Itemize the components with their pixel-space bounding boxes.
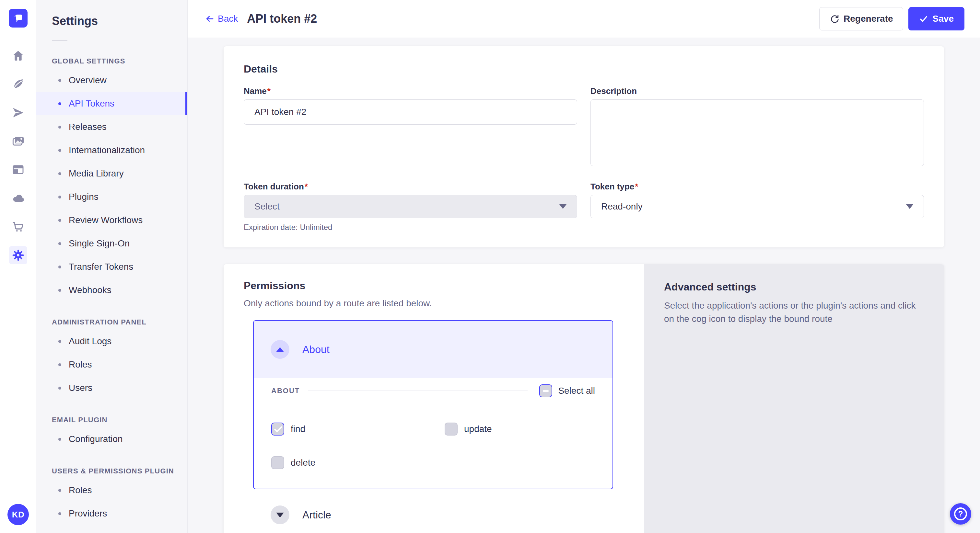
- settings-title: Settings: [52, 14, 187, 28]
- bullet-icon: [58, 219, 61, 222]
- bullet-icon: [58, 387, 61, 390]
- accordion-about-header[interactable]: About: [254, 321, 612, 378]
- description-field-group: Description: [590, 86, 924, 167]
- save-button[interactable]: Save: [908, 7, 964, 30]
- section-label-email-plugin: EMAIL PLUGIN: [52, 416, 187, 424]
- accordion-about: About ABOUT Select all find: [253, 320, 613, 489]
- required-asterisk: *: [305, 182, 308, 191]
- description-textarea[interactable]: [590, 99, 924, 166]
- accordion-about-body: ABOUT Select all find: [254, 378, 612, 489]
- bullet-icon: [58, 79, 61, 82]
- duration-label: Token duration*: [244, 182, 577, 192]
- details-title: Details: [244, 63, 924, 75]
- title-divider: [52, 40, 67, 41]
- bullet-icon: [58, 489, 61, 492]
- back-link[interactable]: Back: [205, 14, 238, 24]
- admin-panel-list: Audit Logs Roles Users: [36, 330, 187, 400]
- bullet-icon: [58, 102, 61, 105]
- sidebar-item-review-workflows[interactable]: Review Workflows: [36, 209, 187, 232]
- home-icon: [9, 47, 27, 65]
- accordion-article-header[interactable]: Article: [270, 506, 644, 524]
- arrow-left-icon: [205, 14, 215, 24]
- sidebar-item-configuration[interactable]: Configuration: [36, 427, 187, 451]
- advanced-settings-panel: Advanced settings Select the application…: [644, 264, 944, 533]
- chevron-down-icon: [906, 204, 913, 209]
- advanced-settings-body: Select the application's actions or the …: [664, 299, 920, 325]
- section-label-users-permissions: USERS & PERMISSIONS PLUGIN: [52, 467, 187, 475]
- nav-marketplace[interactable]: [0, 213, 36, 241]
- nav-layout[interactable]: [0, 155, 36, 184]
- actions-grid: find update delete: [271, 423, 595, 469]
- sidebar-item-single-sign-on[interactable]: Single Sign-On: [36, 232, 187, 255]
- sidebar-item-admin-roles[interactable]: Roles: [36, 353, 187, 376]
- type-label: Token type*: [590, 182, 924, 192]
- nav-home[interactable]: [0, 41, 36, 70]
- bullet-icon: [58, 340, 61, 343]
- settings-subnav: Settings GLOBAL SETTINGS Overview API To…: [36, 0, 188, 533]
- email-plugin-list: Configuration: [36, 427, 187, 451]
- select-all-wrap: Select all: [539, 384, 595, 397]
- duration-select[interactable]: Select: [244, 195, 577, 218]
- question-mark-icon: ?: [954, 508, 967, 520]
- sidebar-item-transfer-tokens[interactable]: Transfer Tokens: [36, 255, 187, 279]
- sidebar-item-webhooks[interactable]: Webhooks: [36, 279, 187, 302]
- expand-button[interactable]: [270, 506, 290, 524]
- required-asterisk: *: [635, 182, 638, 191]
- advanced-settings-title: Advanced settings: [664, 281, 924, 293]
- nav-releases[interactable]: [0, 98, 36, 127]
- bullet-icon: [58, 438, 61, 441]
- global-settings-list: Overview API Tokens Releases Internation…: [36, 69, 187, 302]
- sidebar-item-users[interactable]: Users: [36, 376, 187, 400]
- nav-media[interactable]: [0, 127, 36, 155]
- main-nav: KD: [0, 0, 36, 533]
- required-asterisk: *: [267, 86, 270, 96]
- users-permissions-list: Roles Providers: [36, 479, 187, 525]
- permissions-panel: Permissions Only actions bound by a rout…: [224, 264, 644, 533]
- bullet-icon: [58, 242, 61, 245]
- sidebar-item-api-tokens[interactable]: API Tokens: [36, 92, 187, 115]
- sidebar-item-overview[interactable]: Overview: [36, 69, 187, 92]
- permissions-card: Permissions Only actions bound by a rout…: [224, 264, 944, 533]
- nav-cloud[interactable]: [0, 184, 36, 213]
- page-title: API token #2: [247, 12, 317, 25]
- sidebar-item-internationalization[interactable]: Internationalization: [36, 139, 187, 162]
- expiration-hint: Expiration date: Unlimited: [244, 223, 577, 232]
- sidebar-item-audit-logs[interactable]: Audit Logs: [36, 330, 187, 353]
- bullet-icon: [58, 289, 61, 292]
- bullet-icon: [58, 512, 61, 515]
- sidebar-item-providers[interactable]: Providers: [36, 502, 187, 525]
- sidebar-item-up-roles[interactable]: Roles: [36, 479, 187, 502]
- strapi-logo-icon: [13, 13, 24, 24]
- select-all-checkbox[interactable]: [539, 384, 552, 397]
- name-input[interactable]: [244, 99, 577, 125]
- about-section-row: ABOUT Select all: [271, 384, 595, 397]
- help-button[interactable]: ?: [950, 503, 971, 525]
- section-label-admin-panel: ADMINISTRATION PANEL: [52, 318, 187, 327]
- type-select[interactable]: Read-only: [590, 195, 924, 218]
- bullet-icon: [58, 265, 61, 268]
- strapi-logo[interactable]: [9, 9, 27, 27]
- cloud-icon: [9, 189, 27, 207]
- avatar[interactable]: KD: [8, 504, 29, 525]
- action-find: find: [271, 423, 445, 436]
- section-divider-line: [308, 390, 528, 391]
- delete-checkbox[interactable]: [271, 456, 284, 469]
- details-card: Details Name* Description Token duration…: [224, 46, 944, 247]
- section-label-global: GLOBAL SETTINGS: [52, 57, 187, 65]
- find-checkbox[interactable]: [271, 423, 284, 436]
- media-icon: [9, 132, 27, 150]
- sidebar-item-plugins[interactable]: Plugins: [36, 185, 187, 209]
- regenerate-button[interactable]: Regenerate: [819, 7, 903, 30]
- details-form: Name* Description Token duration* Select…: [244, 86, 924, 232]
- type-field-group: Token type* Read-only: [590, 182, 924, 218]
- name-field-group: Name*: [244, 86, 577, 125]
- sidebar-item-releases[interactable]: Releases: [36, 115, 187, 139]
- bullet-icon: [58, 195, 61, 198]
- nav-settings[interactable]: [0, 241, 36, 270]
- permissions-subtitle: Only actions bound by a route are listed…: [244, 298, 644, 309]
- nav-content[interactable]: [0, 70, 36, 98]
- update-checkbox[interactable]: [445, 423, 458, 436]
- sidebar-item-media-library[interactable]: Media Library: [36, 162, 187, 185]
- collapse-button[interactable]: [270, 340, 290, 359]
- action-update: update: [445, 423, 595, 436]
